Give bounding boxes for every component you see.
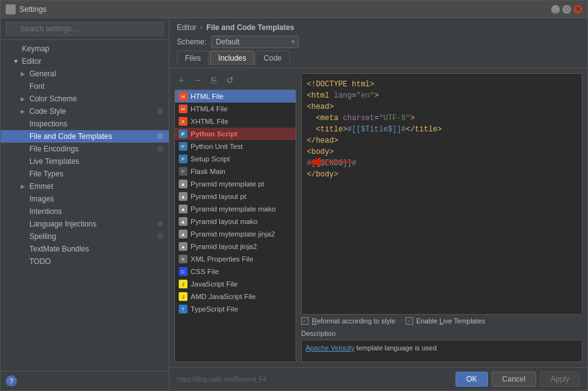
file-item-xml-properties[interactable]: X XML Properties File: [175, 253, 296, 265]
file-item-setup-script[interactable]: P Setup Script: [175, 153, 296, 165]
sidebar-item-spelling[interactable]: Spelling ⚙: [1, 230, 169, 243]
html4-file-icon: H: [179, 104, 187, 113]
code-line: #[[$END$]]#: [307, 158, 577, 169]
remove-template-button[interactable]: −: [191, 73, 204, 87]
sidebar-item-todo[interactable]: TODO: [1, 255, 169, 268]
tabs-row: Files Includes Code: [177, 51, 580, 65]
file-item-css[interactable]: C CSS File: [175, 265, 296, 278]
copy-template-button[interactable]: ⎘: [207, 73, 221, 87]
file-item-pyramid-jinja2[interactable]: ▲ Pyramid mytemplate jinja2: [175, 228, 296, 240]
ok-button[interactable]: OK: [456, 372, 487, 387]
file-item-pyramid-layout-jinja2[interactable]: ▲ Pyramid layout jinja2: [175, 240, 296, 253]
file-item-label: Pyramid layout jinja2: [191, 243, 257, 250]
reformat-label: Reformat according to style: [312, 317, 396, 325]
panel-header: Editor › File and Code Templates Scheme:…: [169, 18, 587, 68]
reformat-checkbox[interactable]: [301, 317, 309, 325]
panel-body-wrapper: + − ⎘ ↺ H HTML File H: [169, 68, 587, 367]
tab-includes[interactable]: Includes: [210, 51, 254, 65]
window-controls: _ □ ✕: [551, 5, 582, 14]
sidebar-item-keymap[interactable]: Keymap: [1, 43, 169, 55]
sidebar-item-file-code-templates[interactable]: File and Code Templates ⚙: [1, 130, 169, 143]
file-list: H HTML File H HTML4 File X XHTML File: [174, 89, 296, 362]
code-editor[interactable]: <!DOCTYPE html> <html lang="en"> <head> …: [301, 73, 582, 315]
python-unit-test-icon: P: [179, 142, 187, 151]
close-button[interactable]: ✕: [574, 5, 582, 14]
pyramid-icon: ▲: [179, 242, 187, 251]
file-item-label: XML Properties File: [191, 255, 254, 263]
js-icon: J: [179, 292, 187, 301]
file-item-label: Pyramid mytemplate pt: [191, 180, 264, 188]
file-item-flask-main[interactable]: F Flask Main: [175, 165, 296, 178]
scheme-row: Scheme: Default Project ▼: [177, 36, 580, 48]
file-item-pyramid-layout-pt[interactable]: ▲ Pyramid layout pt: [175, 190, 296, 203]
live-templates-label: Enable Live Templates: [416, 317, 486, 325]
live-templates-checkbox-label[interactable]: Enable Live Templates: [406, 317, 486, 325]
file-item-pyramid-mytemplate-pt[interactable]: ▲ Pyramid mytemplate pt: [175, 178, 296, 190]
arrow-right-icon: ▶: [21, 183, 27, 190]
live-templates-checkbox[interactable]: [406, 317, 413, 325]
add-template-button[interactable]: +: [174, 73, 188, 87]
sidebar-item-textmate-bundles[interactable]: TextMate Bundles: [1, 243, 169, 255]
sidebar-item-code-style[interactable]: ▶ Code Style ⚙: [1, 105, 169, 118]
file-item-html[interactable]: H HTML File: [175, 90, 296, 103]
sidebar-item-inspections[interactable]: Inspections: [1, 118, 169, 130]
apply-button[interactable]: Apply: [540, 372, 580, 387]
file-item-label: TypeScript File: [191, 305, 238, 313]
code-line: <!DOCTYPE html>: [307, 79, 577, 90]
file-item-pyramid-mytemplate-mako[interactable]: ▲ Pyramid mytemplate mako: [175, 203, 296, 215]
maximize-button[interactable]: □: [562, 5, 571, 14]
scheme-select-wrapper: Default Project ▼: [211, 36, 299, 48]
tab-files[interactable]: Files: [177, 51, 209, 65]
file-item-typescript[interactable]: T TypeScript File: [175, 303, 296, 315]
sidebar-item-intentions[interactable]: Intentions: [1, 205, 169, 218]
file-item-python-script[interactable]: P Python Script: [175, 128, 296, 140]
apache-velocity-link[interactable]: Apache Velocity: [306, 344, 354, 352]
reset-template-button[interactable]: ↺: [223, 73, 237, 87]
reformat-checkbox-label[interactable]: Reformat according to style: [301, 317, 396, 325]
sidebar-item-file-types[interactable]: File Types: [1, 168, 169, 180]
file-item-label: Python Unit Test: [191, 143, 243, 150]
sidebar-item-label: Images: [29, 195, 54, 203]
sidebar-item-font[interactable]: Font: [1, 80, 169, 93]
search-input[interactable]: [6, 22, 164, 36]
file-item-html4[interactable]: H HTML4 File: [175, 103, 296, 115]
sidebar-item-label: File Types: [29, 170, 63, 178]
sidebar-item-emmet[interactable]: ▶ Emmet: [1, 180, 169, 193]
minimize-button[interactable]: _: [551, 5, 560, 14]
code-line: </head>: [307, 135, 577, 146]
file-item-python-unit-test[interactable]: P Python Unit Test: [175, 140, 296, 153]
search-bar: 🔍: [1, 18, 169, 40]
file-item-javascript[interactable]: J JavaScript File: [175, 278, 296, 290]
file-item-amd-javascript[interactable]: J AMD JavaScript File: [175, 290, 296, 303]
bottom-bar: https://blog.csdn.net/Beyond_F4 OK Cance…: [169, 367, 587, 390]
sidebar-item-editor[interactable]: ▼ Editor: [1, 55, 169, 68]
sidebar-item-label: Live Templates: [29, 157, 79, 166]
help-button[interactable]: ?: [6, 375, 17, 387]
sidebar-item-live-templates[interactable]: Live Templates: [1, 155, 169, 168]
file-list-panel: + − ⎘ ↺ H HTML File H: [174, 73, 296, 362]
sidebar-item-images[interactable]: Images: [1, 193, 169, 205]
file-item-pyramid-layout-mako[interactable]: ▲ Pyramid layout mako: [175, 215, 296, 228]
scheme-select[interactable]: Default Project: [211, 36, 299, 48]
sidebar-item-label: Code Style: [29, 107, 66, 116]
main-content: 🔍 Keymap ▼ Editor ▶ General: [1, 18, 587, 390]
breadcrumb-editor: Editor: [177, 23, 196, 32]
file-item-label: HTML File: [191, 93, 224, 100]
gear-icon: ⚙: [156, 108, 164, 115]
sidebar-item-label: File and Code Templates: [29, 132, 112, 141]
editor-options: Reformat according to style Enable Live …: [301, 315, 582, 327]
file-item-label: AMD JavaScript File: [191, 293, 256, 300]
file-item-label: CSS File: [191, 268, 219, 275]
sidebar-item-color-scheme[interactable]: ▶ Color Scheme: [1, 93, 169, 105]
sidebar-item-file-encodings[interactable]: File Encodings ⚙: [1, 143, 169, 155]
sidebar-item-general[interactable]: ▶ General: [1, 68, 169, 80]
description-section: Description Apache Velocity template lan…: [301, 327, 582, 362]
file-list-toolbar: + − ⎘ ↺: [174, 73, 296, 87]
sidebar-item-language-injections[interactable]: Language Injections ⚙: [1, 218, 169, 230]
cancel-button[interactable]: Cancel: [492, 372, 536, 387]
html-file-icon: H: [179, 92, 187, 101]
code-line: </body>: [307, 169, 577, 180]
breadcrumb: Editor › File and Code Templates: [177, 23, 580, 32]
file-item-xhtml[interactable]: X XHTML File: [175, 115, 296, 128]
tab-code[interactable]: Code: [256, 51, 290, 65]
